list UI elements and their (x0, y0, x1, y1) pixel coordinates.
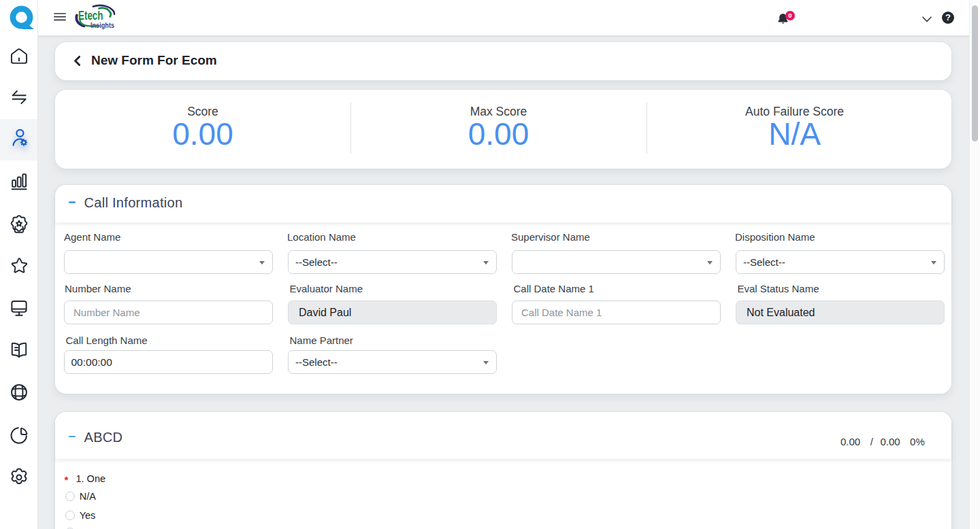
svg-text:Insights: Insights (91, 21, 114, 29)
svg-text:Etech: Etech (78, 9, 103, 22)
